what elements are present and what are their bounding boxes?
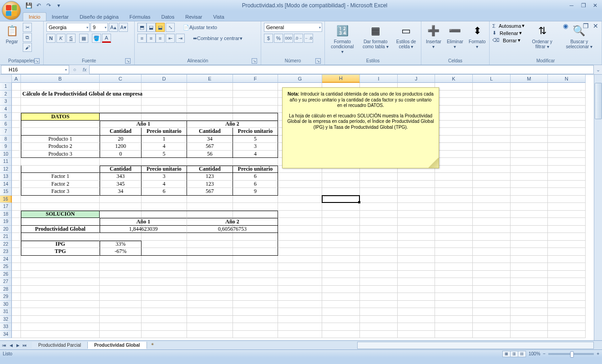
orientation-icon[interactable]: ⤡ — [166, 23, 175, 32]
cell-D15[interactable]: 6 — [142, 188, 187, 196]
row-header-22[interactable]: 22 — [0, 241, 12, 248]
cell-B22[interactable]: IPG — [21, 241, 100, 248]
col-header-G[interactable]: G — [278, 75, 322, 83]
cell-E13[interactable]: 123 — [187, 173, 233, 181]
sheet-tab-productividad-global[interactable]: Productividad Global — [88, 342, 147, 349]
col-header-F[interactable]: F — [233, 75, 278, 83]
col-header-B[interactable]: B — [21, 75, 100, 83]
cell-F10[interactable]: 4 — [233, 151, 278, 158]
select-all-button[interactable] — [0, 75, 12, 83]
col-header-J[interactable]: J — [398, 75, 435, 83]
dialog-launcher-icon[interactable]: ↘ — [252, 58, 257, 64]
undo-icon[interactable]: ↶ — [35, 1, 43, 10]
row-header-12[interactable]: 12 — [0, 166, 12, 173]
increase-decimal-icon[interactable]: .0→ — [294, 34, 303, 43]
borders-icon[interactable]: ▦ — [79, 34, 88, 43]
tab-formulas[interactable]: Fórmulas — [124, 13, 156, 21]
formula-input[interactable] — [89, 65, 594, 74]
row-header-8[interactable]: 8 — [0, 136, 12, 143]
col-header-L[interactable]: L — [473, 75, 511, 83]
cell-D9[interactable]: 4 — [142, 143, 187, 151]
row-header-20[interactable]: 20 — [0, 226, 12, 233]
zoom-level[interactable]: 100% — [529, 351, 541, 356]
formato-celdas-button[interactable]: ⬍Formato ▾ — [467, 23, 487, 50]
cell-B15[interactable]: Factor 3 — [21, 188, 100, 196]
cell-C15[interactable]: 34 — [100, 188, 142, 196]
new-sheet-icon[interactable]: ✴ — [147, 342, 158, 349]
row-header-14[interactable]: 14 — [0, 181, 12, 188]
decrease-decimal-icon[interactable]: ←.0 — [304, 34, 313, 43]
cell-B7[interactable] — [21, 128, 100, 136]
underline-button[interactable]: S — [66, 34, 76, 43]
save-icon[interactable]: 💾 — [25, 1, 33, 10]
cell-C23[interactable]: -67% — [100, 248, 142, 256]
close-button[interactable]: ✕ — [590, 2, 600, 9]
redo-icon[interactable]: ↷ — [45, 1, 53, 10]
sheet-tab-productividad-parcial[interactable]: Productividad Parcial — [32, 342, 88, 349]
cell-D22[interactable] — [142, 241, 278, 248]
cell-E8[interactable]: 34 — [187, 136, 233, 143]
col-header-M[interactable]: M — [511, 75, 548, 83]
cell-B9[interactable]: Producto 2 — [21, 143, 100, 151]
cell-C5[interactable] — [100, 113, 278, 121]
cell-B18[interactable]: SOLUCIÓN — [21, 211, 100, 218]
row-header-11[interactable]: 11 — [0, 158, 12, 166]
ordenar-filtrar-button[interactable]: ⇅Ordenar y filtrar ▾ — [526, 23, 557, 50]
cell-D14[interactable]: 4 — [142, 181, 187, 188]
cell-B19[interactable] — [21, 218, 100, 226]
pegar-button[interactable]: 📋 Pegar — [3, 23, 21, 45]
row-header-16[interactable]: 16 — [0, 196, 12, 203]
row-header-4[interactable]: 4 — [0, 106, 12, 113]
cell-C9[interactable]: 1200 — [100, 143, 142, 151]
row-header-3[interactable]: 3 — [0, 98, 12, 106]
row-header-9[interactable]: 9 — [0, 143, 12, 151]
align-center-icon[interactable]: ≡ — [147, 34, 156, 43]
cell-B10[interactable]: Producto 3 — [21, 151, 100, 158]
italic-button[interactable]: K — [56, 34, 66, 43]
cell-F15[interactable]: 9 — [233, 188, 278, 196]
row-header-2[interactable]: 2 — [0, 91, 12, 98]
rellenar-button[interactable]: ⬇ Rellenar ▾ — [492, 30, 525, 36]
zoom-out-icon[interactable]: − — [543, 351, 546, 356]
col-header-I[interactable]: I — [360, 75, 398, 83]
cell-B14[interactable]: Factor 2 — [21, 181, 100, 188]
cell-C6[interactable]: Año 1 — [100, 121, 187, 128]
copy-icon[interactable]: ⧉ — [23, 33, 32, 42]
zoom-slider[interactable] — [548, 353, 594, 355]
borrar-button[interactable]: ⌫ Borrar ▾ — [492, 37, 525, 43]
col-header-C[interactable]: C — [100, 75, 142, 83]
font-name-combo[interactable]: Georgia — [46, 23, 90, 32]
row-header-29[interactable]: 29 — [0, 293, 12, 301]
cell-D8[interactable]: 1 — [142, 136, 187, 143]
col-header-E[interactable]: E — [187, 75, 233, 83]
cell-F8[interactable]: 5 — [233, 136, 278, 143]
cell-B5[interactable]: DATOS — [21, 113, 100, 121]
col-header-H[interactable]: H — [322, 75, 360, 83]
row-header-5[interactable]: 5 — [0, 113, 12, 121]
col-header-A[interactable]: A — [12, 75, 21, 83]
row-header-15[interactable]: 15 — [0, 188, 12, 196]
cell-E19[interactable]: Año 2 — [187, 218, 278, 226]
col-header-N[interactable]: N — [548, 75, 586, 83]
cell-E20[interactable]: 0,605676753 — [187, 226, 278, 233]
row-header-25[interactable]: 25 — [0, 263, 12, 271]
name-box[interactable]: H16 — [1, 65, 69, 74]
cell-B13[interactable]: Factor 1 — [21, 173, 100, 181]
cell-C19[interactable]: Año 1 — [100, 218, 187, 226]
cell-C20[interactable]: 1,844623039 — [100, 226, 187, 233]
cell-C22[interactable]: 33% — [100, 241, 142, 248]
tab-vista[interactable]: Vista — [208, 13, 230, 21]
restore-button[interactable]: ❐ — [578, 2, 588, 9]
font-color-icon[interactable]: A — [102, 34, 111, 43]
merge-center-button[interactable]: ⬌ Combinar y centrar ▾ — [191, 34, 244, 43]
prev-sheet-icon[interactable]: ◀ — [8, 343, 15, 348]
first-sheet-icon[interactable]: ⏮ — [1, 343, 8, 348]
formato-condicional-button[interactable]: 🔢Formato condicional ▾ — [328, 23, 357, 55]
row-header-18[interactable]: 18 — [0, 211, 12, 218]
eliminar-celdas-button[interactable]: ➖Eliminar ▾ — [445, 23, 465, 50]
row-header-33[interactable]: 33 — [0, 323, 12, 331]
col-header-D[interactable]: D — [142, 75, 187, 83]
number-format-combo[interactable]: General — [264, 23, 322, 32]
cell-B6[interactable] — [21, 121, 100, 128]
cell-C14[interactable]: 345 — [100, 181, 142, 188]
